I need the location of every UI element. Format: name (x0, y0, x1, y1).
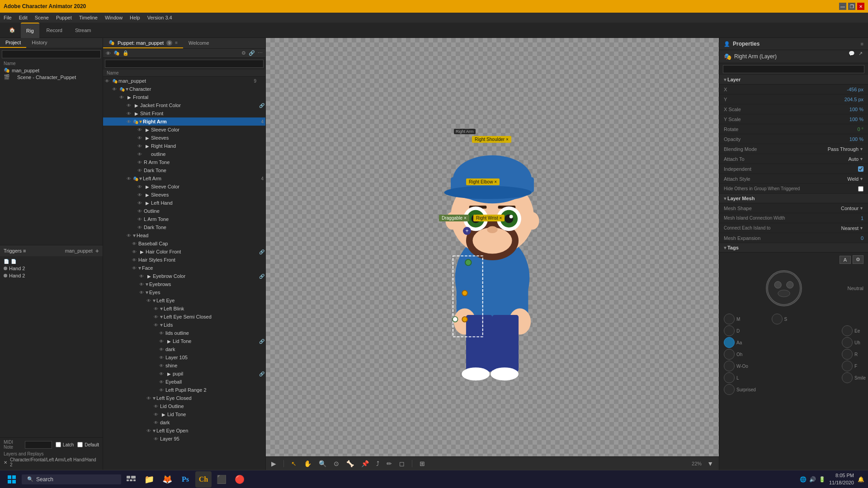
pin-tool[interactable]: 📌 (359, 459, 371, 468)
eye-icon[interactable]: 👁 (130, 249, 138, 254)
eye-icon[interactable]: 👁 (136, 144, 144, 149)
hierarchy-item-face[interactable]: 👁 ▶ Face (103, 264, 265, 272)
eye-icon[interactable]: 👁 (136, 201, 144, 206)
more-toolbar-icon[interactable]: ⋯ (258, 50, 263, 56)
connect-dropdown[interactable]: Nearest ▼ (841, 225, 863, 231)
hierarchy-item-dark-tone-1[interactable]: 👁 Dark Tone (103, 166, 265, 174)
viseme-circle-F[interactable] (842, 361, 853, 371)
battery-icon[interactable]: 🔋 (819, 476, 826, 483)
lock-toolbar-icon[interactable]: 🔒 (123, 50, 129, 56)
hierarchy-item-dark[interactable]: 👁 dark (103, 345, 265, 353)
expansion-value[interactable]: 0 (836, 235, 863, 241)
nav-tab-rig[interactable]: Rig (21, 23, 39, 38)
add-toolbar-icon[interactable]: ⚙ (241, 50, 246, 56)
project-search-input[interactable] (2, 50, 101, 58)
default-checkbox[interactable] (77, 442, 83, 447)
eye-icon[interactable]: 👁 (136, 192, 144, 197)
eye-icon[interactable]: 👁 (152, 323, 160, 328)
eraser-tool[interactable]: ◻ (397, 459, 406, 468)
hierarchy-item-shine[interactable]: 👁 shine (103, 361, 265, 370)
share-icon[interactable]: ↗ (859, 51, 863, 56)
menu-scene[interactable]: Scene (35, 15, 49, 20)
independent-checkbox[interactable] (858, 166, 863, 172)
spring-tool[interactable]: ⤴ (374, 459, 381, 468)
rotate-value[interactable]: 0 ° (836, 127, 863, 132)
viseme-circle-Ee[interactable] (842, 325, 853, 336)
eye-icon[interactable]: 👁 (152, 314, 160, 319)
link-toolbar-icon[interactable]: 🔗 (249, 50, 255, 56)
eye-icon[interactable]: 👁 (157, 380, 165, 385)
midi-input[interactable] (25, 441, 52, 449)
target-tool[interactable]: ⊙ (332, 459, 341, 468)
eye-icon[interactable]: 👁 (130, 258, 138, 263)
hierarchy-item-jacket[interactable]: 👁 ▶ Jacket Front Color 🔗 (103, 101, 265, 109)
hierarchy-item-hair-styles[interactable]: 👁 Hair Styles Front (103, 256, 265, 264)
eye-icon[interactable]: 👁 (136, 136, 144, 141)
bone-tool[interactable]: 🦴 (344, 459, 356, 468)
eye-icon[interactable]: 👁 (152, 420, 160, 425)
close-button[interactable]: ✕ (857, 3, 864, 10)
hierarchy-item-la-sleeves[interactable]: 👁 ▶ Sleeves (103, 191, 265, 199)
tab-project[interactable]: Project (0, 38, 26, 48)
draggable-label[interactable]: Draggable × (439, 215, 469, 221)
viseme-circle-Aa[interactable] (724, 337, 735, 348)
eye-icon[interactable]: 👁 (157, 355, 165, 360)
taskbar-app6[interactable]: 🔴 (231, 471, 248, 488)
eye-icon[interactable]: 👁 (152, 436, 160, 441)
hierarchy-item-left-eye-semi[interactable]: 👁 ▶ Left Eye Semi Closed (103, 313, 265, 321)
hierarchy-item-la-arm-tone[interactable]: 👁 L Arm Tone (103, 215, 265, 223)
hierarchy-item-left-eye-closed[interactable]: 👁 ▶ Left Eye Closed (103, 394, 265, 402)
properties-menu-icon[interactable]: ≡ (861, 41, 863, 47)
eye-icon[interactable]: 👁 (152, 306, 160, 311)
taskbar-photoshop[interactable]: Ps (177, 471, 193, 488)
hierarchy-item-frontal[interactable]: 👁 ▶ Frontal (103, 93, 265, 101)
eye-icon[interactable]: 👁 (125, 176, 133, 181)
tab-history[interactable]: History (26, 38, 52, 48)
mesh-shape-dropdown[interactable]: Contour ▼ (841, 206, 863, 211)
start-button[interactable] (4, 471, 20, 488)
hierarchy-item-lid-tone-2[interactable]: 👁 ▶ Lid Tone (103, 410, 265, 418)
grid-tool[interactable]: ⊞ (418, 459, 427, 468)
eye-icon[interactable]: 👁 (130, 241, 138, 246)
hierarchy-item-lids-outline[interactable]: 👁 lids outline (103, 329, 265, 337)
hierarchy-item-la-dark-tone[interactable]: 👁 Dark Tone (103, 223, 265, 231)
hierarchy-item-head[interactable]: 👁 ▶ Head (103, 231, 265, 239)
viseme-circle-Uh[interactable] (842, 337, 853, 348)
eye-icon[interactable]: 👁 (136, 217, 144, 222)
trigger-hand2-1[interactable]: Hand 2 (2, 265, 101, 272)
eye-icon[interactable]: 👁 (137, 282, 146, 287)
eye-icon[interactable]: 👁 (136, 152, 144, 157)
canvas[interactable]: Right Shoulder × Right Arm Right Elbow ×… (266, 38, 719, 456)
viseme-circle-L[interactable] (724, 372, 735, 383)
select-tool[interactable]: ↖ (289, 459, 298, 468)
viseme-circle-Smile[interactable] (842, 372, 853, 383)
hierarchy-item-right-hand[interactable]: 👁 ▶ Right Hand (103, 142, 265, 150)
taskbar-firefox[interactable]: 🦊 (159, 471, 175, 488)
mesh-width-value[interactable]: 1 (836, 216, 863, 221)
y-value[interactable]: 204.5 px (836, 97, 863, 102)
trigger-hand2-2[interactable]: Hand 2 (2, 272, 101, 279)
notification-icon[interactable]: 🔔 (858, 476, 864, 483)
eye-icon[interactable]: 👁 (136, 184, 144, 189)
eye-icon[interactable]: 👁 (136, 209, 144, 214)
eye-icon[interactable]: 👁 (110, 87, 118, 92)
layer-mesh-section-header[interactable]: ▼ Layer Mesh (719, 194, 868, 203)
taskbar-search-box[interactable]: 🔍 Search (22, 474, 121, 484)
nav-tab-stream[interactable]: Stream (70, 23, 96, 38)
hierarchy-item-eyeball[interactable]: 👁 Eyeball (103, 378, 265, 386)
hierarchy-item-eyebrows[interactable]: 👁 ▶ Eyebrows (103, 280, 265, 288)
breadcrumb-close[interactable]: ✕ (4, 460, 7, 465)
eye-icon[interactable]: 👁 (152, 404, 160, 409)
properties-search-input[interactable] (723, 65, 864, 73)
viseme-circle-D[interactable] (724, 325, 735, 336)
eye-icon[interactable]: 👁 (118, 95, 126, 100)
hierarchy-item-left-blink[interactable]: 👁 ▶ Left Blink (103, 305, 265, 313)
hierarchy-item-r-arm-tone[interactable]: 👁 R Arm Tone (103, 158, 265, 166)
taskbar-character-animator[interactable]: Ch (195, 471, 212, 488)
hierarchy-item-lids[interactable]: 👁 ▶ Lids (103, 321, 265, 329)
menu-puppet[interactable]: Puppet (56, 15, 72, 20)
opacity-value[interactable]: 100 % (836, 136, 863, 142)
menu-edit[interactable]: Edit (19, 15, 28, 20)
eye-icon[interactable]: 👁 (136, 225, 144, 230)
attach-style-dropdown[interactable]: Weld ▼ (847, 176, 863, 182)
